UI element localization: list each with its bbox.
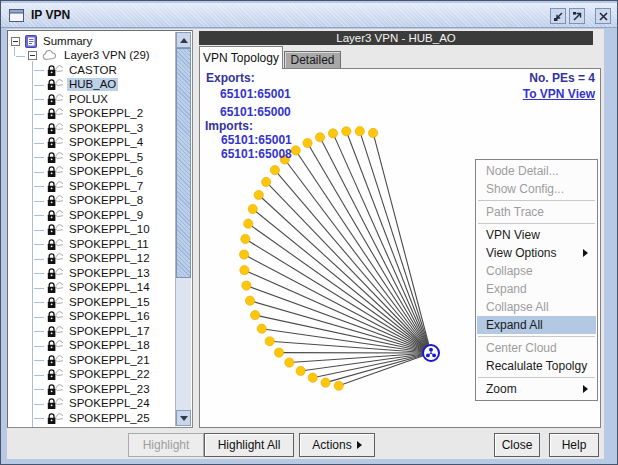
tree-scrollbar[interactable] bbox=[175, 32, 191, 426]
hub-node[interactable] bbox=[423, 345, 439, 361]
collapse-toggle-icon[interactable] bbox=[28, 51, 37, 60]
spoke-node[interactable] bbox=[355, 127, 364, 136]
spoke-node[interactable] bbox=[262, 177, 271, 186]
vpn-tree: SummaryLayer3 VPN (29)CASTORHUB_AOPOLUXS… bbox=[9, 32, 175, 426]
panel-title: Layer3 VPN - HUB_AO bbox=[199, 31, 593, 45]
lock-icon bbox=[46, 165, 63, 178]
tree-item-spokeppl-13[interactable]: SPOKEPPL_13 bbox=[9, 266, 175, 281]
spoke-node[interactable] bbox=[270, 165, 279, 174]
tree-item-spokeppl-9[interactable]: SPOKEPPL_9 bbox=[9, 208, 175, 223]
tree-item-layer3-vpn-29[interactable]: Layer3 VPN (29) bbox=[9, 49, 175, 64]
scrollbar-thumb[interactable] bbox=[176, 48, 191, 278]
spoke-node[interactable] bbox=[274, 348, 283, 357]
tree-item-spokeppl-2[interactable]: SPOKEPPL_2 bbox=[9, 107, 175, 122]
spoke-node[interactable] bbox=[315, 133, 324, 142]
scroll-down-button[interactable] bbox=[176, 410, 191, 426]
spoke-node[interactable] bbox=[369, 128, 378, 137]
tree-item-spokeppl-6[interactable]: SPOKEPPL_6 bbox=[9, 165, 175, 180]
tree-item-spokeppl-23[interactable]: SPOKEPPL_23 bbox=[9, 382, 175, 397]
tree-item-label: SPOKEPPL_7 bbox=[67, 180, 145, 193]
tree-item-spokeppl-14[interactable]: SPOKEPPL_14 bbox=[9, 281, 175, 296]
spoke-node[interactable] bbox=[308, 373, 317, 382]
tree-item-label: CASTOR bbox=[67, 64, 119, 77]
summary-icon bbox=[25, 35, 37, 48]
close-window-button[interactable] bbox=[595, 8, 611, 24]
spoke-node[interactable] bbox=[296, 366, 305, 375]
menu-item-zoom[interactable]: Zoom bbox=[477, 380, 596, 398]
tree-item-spokeppl-3[interactable]: SPOKEPPL_3 bbox=[9, 121, 175, 136]
titlebar[interactable]: IP VPN bbox=[1, 3, 617, 28]
spoke-node[interactable] bbox=[251, 311, 260, 320]
tree-item-label: SPOKEPPL_22 bbox=[67, 368, 152, 381]
collapse-toggle-icon[interactable] bbox=[11, 37, 20, 46]
spoke-node[interactable] bbox=[257, 324, 266, 333]
close-button[interactable]: Close bbox=[494, 433, 540, 457]
menu-item-expand-all[interactable]: Expand All bbox=[477, 316, 596, 334]
lock-icon bbox=[46, 339, 63, 352]
spoke-node[interactable] bbox=[240, 266, 249, 275]
menu-item-vpn-view[interactable]: VPN View bbox=[477, 226, 596, 244]
tab-vpn-topology[interactable]: VPN Topology bbox=[199, 46, 283, 69]
spoke-node[interactable] bbox=[321, 378, 330, 387]
menu-item-view-options[interactable]: View Options bbox=[477, 244, 596, 262]
tree-item-spokeppl-26[interactable]: SPOKEPPL_26 bbox=[9, 426, 175, 427]
tree-item-summary[interactable]: Summary bbox=[9, 34, 175, 49]
tree-item-hub-ao[interactable]: HUB_AO bbox=[9, 78, 175, 93]
spoke-node[interactable] bbox=[242, 281, 251, 290]
tree-item-spokeppl-18[interactable]: SPOKEPPL_18 bbox=[9, 339, 175, 354]
tree-item-spokeppl-17[interactable]: SPOKEPPL_17 bbox=[9, 324, 175, 339]
context-menu: Node Detail...Show Config...Path TraceVP… bbox=[475, 159, 598, 401]
maximize-button[interactable] bbox=[569, 8, 585, 24]
spoke-node[interactable] bbox=[342, 127, 351, 136]
tree-item-spokeppl-16[interactable]: SPOKEPPL_16 bbox=[9, 310, 175, 325]
tree-item-castor[interactable]: CASTOR bbox=[9, 63, 175, 78]
to-vpn-view-link[interactable]: To VPN View bbox=[523, 87, 595, 101]
tree-item-spokeppl-8[interactable]: SPOKEPPL_8 bbox=[9, 194, 175, 209]
menu-item-recalulate-topolgy[interactable]: Recalulate Topolgy bbox=[477, 357, 596, 375]
spoke-node[interactable] bbox=[244, 219, 253, 228]
tree-item-spokeppl-7[interactable]: SPOKEPPL_7 bbox=[9, 179, 175, 194]
arrow-down-icon bbox=[180, 416, 188, 421]
menu-item-expand: Expand bbox=[477, 280, 596, 298]
export-route-target: 65101:65000 bbox=[220, 105, 291, 119]
tree-item-spokeppl-25[interactable]: SPOKEPPL_25 bbox=[9, 411, 175, 426]
spoke-node[interactable] bbox=[248, 204, 257, 213]
tree-item-spokeppl-12[interactable]: SPOKEPPL_12 bbox=[9, 252, 175, 267]
lock-icon bbox=[46, 223, 63, 236]
spoke-node[interactable] bbox=[291, 146, 300, 155]
spoke-node[interactable] bbox=[254, 190, 263, 199]
restore-down-button[interactable] bbox=[550, 8, 566, 24]
tree-item-label: HUB_AO bbox=[67, 78, 118, 91]
tree-item-spokeppl-10[interactable]: SPOKEPPL_10 bbox=[9, 223, 175, 238]
lock-icon bbox=[46, 78, 63, 91]
tree-item-label: SPOKEPPL_3 bbox=[67, 122, 145, 135]
spoke-node[interactable] bbox=[241, 234, 250, 243]
actions-button[interactable]: Actions bbox=[299, 433, 375, 457]
lock-icon bbox=[46, 296, 63, 309]
tree-item-spokeppl-22[interactable]: SPOKEPPL_22 bbox=[9, 368, 175, 383]
tree-item-spokeppl-24[interactable]: SPOKEPPL_24 bbox=[9, 397, 175, 412]
scroll-up-button[interactable] bbox=[176, 32, 191, 48]
tree-item-label: Summary bbox=[41, 35, 94, 48]
tree-item-spokeppl-15[interactable]: SPOKEPPL_15 bbox=[9, 295, 175, 310]
menu-item-node-detail: Node Detail... bbox=[477, 162, 596, 180]
spoke-node[interactable] bbox=[245, 296, 254, 305]
spoke-node[interactable] bbox=[239, 250, 248, 259]
menu-item-collapse: Collapse bbox=[477, 262, 596, 280]
spoke-node[interactable] bbox=[328, 129, 337, 138]
tab-detailed[interactable]: Detailed bbox=[284, 51, 341, 69]
spoke-node[interactable] bbox=[285, 358, 294, 367]
help-button[interactable]: Help bbox=[549, 433, 599, 457]
spoke-node[interactable] bbox=[303, 138, 312, 147]
lock-icon bbox=[46, 93, 63, 106]
tree-item-polux[interactable]: POLUX bbox=[9, 92, 175, 107]
spoke-node[interactable] bbox=[334, 381, 343, 390]
spoke-node[interactable] bbox=[265, 337, 274, 346]
lock-icon bbox=[46, 281, 63, 294]
lock-icon bbox=[46, 412, 63, 425]
tree-item-spokeppl-5[interactable]: SPOKEPPL_5 bbox=[9, 150, 175, 165]
tree-item-spokeppl-4[interactable]: SPOKEPPL_4 bbox=[9, 136, 175, 151]
tree-item-spokeppl-11[interactable]: SPOKEPPL_11 bbox=[9, 237, 175, 252]
tree-item-spokeppl-21[interactable]: SPOKEPPL_21 bbox=[9, 353, 175, 368]
highlight-all-button[interactable]: Highlight All bbox=[204, 433, 294, 457]
